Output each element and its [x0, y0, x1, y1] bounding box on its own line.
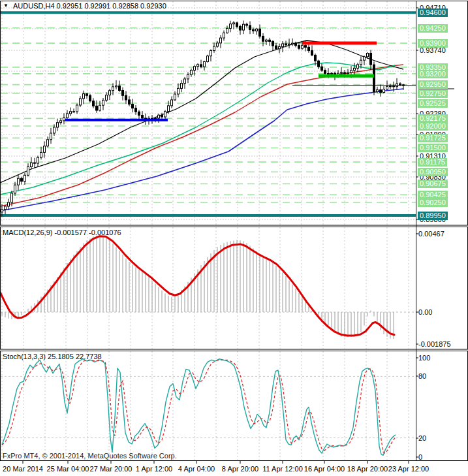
stoch-panel-canvas[interactable] [0, 351, 416, 460]
mt4-chart-window: ▼ AUDUSD,H4 0.92951 0.92991 0.92858 0.92… [0, 0, 468, 476]
macd-panel-canvas[interactable] [0, 227, 416, 349]
price-axis[interactable] [416, 1, 468, 460]
time-axis[interactable] [0, 460, 468, 476]
main-chart-canvas[interactable] [0, 1, 416, 225]
